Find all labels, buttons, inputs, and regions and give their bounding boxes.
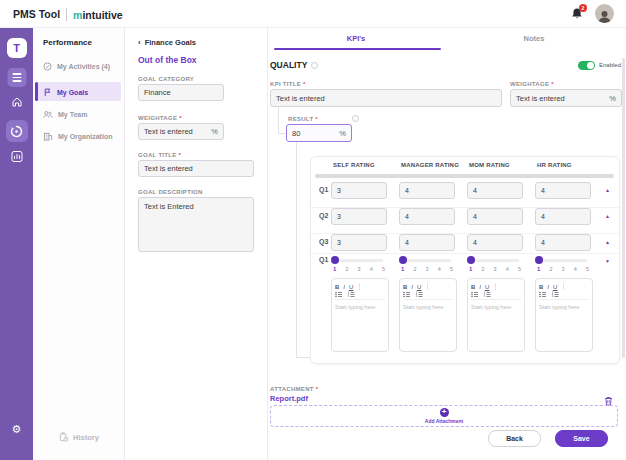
goal-description-textarea[interactable]: Text is Entered: [138, 197, 254, 252]
quality-section-heading: QUALITY: [270, 60, 318, 70]
bullet-list-icon[interactable]: [335, 291, 343, 298]
italic-button[interactable]: I: [479, 284, 481, 290]
comment-editor[interactable]: BIU Start typing here: [399, 278, 457, 352]
rating-slider[interactable]: [403, 259, 451, 262]
back-button[interactable]: Back: [488, 430, 541, 447]
numbered-list-icon[interactable]: [415, 291, 423, 298]
bold-button[interactable]: B: [471, 284, 475, 290]
comment-editor[interactable]: BIU Start typing here: [331, 278, 389, 352]
rating-input[interactable]: 3: [331, 182, 387, 199]
italic-button[interactable]: I: [547, 284, 549, 290]
bold-button[interactable]: B: [539, 284, 543, 290]
numbered-list-icon[interactable]: [483, 291, 491, 298]
rating-input[interactable]: 4: [399, 208, 455, 225]
rating-slider-handle[interactable]: [399, 256, 407, 264]
goal-title-input[interactable]: Text is entered: [138, 160, 254, 177]
check-circle-icon: [43, 62, 52, 71]
kpi-weightage-input[interactable]: Text is entered%: [510, 89, 622, 107]
horizontal-scrollbar[interactable]: [315, 174, 614, 178]
rating-input[interactable]: 3: [331, 208, 387, 225]
home-icon[interactable]: [11, 96, 23, 108]
rating-scale: 12345: [537, 266, 589, 272]
result-input[interactable]: 80%: [286, 124, 352, 142]
editor-placeholder: Start typing here: [539, 304, 589, 310]
italic-button[interactable]: I: [343, 284, 345, 290]
enabled-toggle[interactable]: [578, 61, 595, 70]
bold-button[interactable]: B: [335, 284, 339, 290]
weightage-input[interactable]: Text is entered%: [138, 123, 224, 140]
history-icon: [59, 432, 69, 442]
goal-category-input[interactable]: Finance: [138, 84, 224, 101]
column-header: HR RATING: [537, 162, 572, 168]
brand-secondary: mintuitive: [73, 5, 123, 23]
sidebar-item-label: My Activities (4): [57, 63, 110, 70]
attachment-file-link[interactable]: Report.pdf: [270, 394, 308, 403]
enabled-toggle-label: Enabled: [599, 62, 621, 68]
brand-logo: PMS Tool mintuitive: [13, 0, 123, 28]
save-button[interactable]: Save: [555, 430, 608, 447]
user-avatar[interactable]: [595, 4, 614, 23]
sidebar-item-my-activities[interactable]: My Activities (4): [43, 62, 110, 71]
building-icon: [43, 132, 53, 141]
rating-slider-handle[interactable]: [535, 256, 543, 264]
sidebar-item-my-organization[interactable]: My Organization: [43, 132, 112, 141]
tab-notes[interactable]: Notes: [444, 28, 624, 48]
numbered-list-icon[interactable]: [347, 291, 355, 298]
rating-slider[interactable]: [471, 259, 519, 262]
tab-kpis[interactable]: KPI's: [268, 28, 444, 48]
rating-scale: 12345: [401, 266, 453, 272]
sidebar-item-label: My Organization: [58, 133, 112, 140]
app-logo[interactable]: T: [7, 38, 27, 58]
bullet-list-icon[interactable]: [471, 291, 479, 298]
collapse-caret-icon[interactable]: ▲: [605, 213, 610, 219]
rating-slider-handle[interactable]: [467, 256, 475, 264]
bullet-list-icon[interactable]: [539, 291, 547, 298]
underline-button[interactable]: U: [417, 284, 421, 290]
rating-input[interactable]: 4: [467, 182, 523, 199]
settings-gear-icon[interactable]: ⚙: [12, 423, 22, 436]
menu-icon[interactable]: [7, 68, 26, 87]
result-info-icon[interactable]: [352, 115, 359, 122]
vertical-scrollbar[interactable]: [622, 58, 625, 358]
goal-title-heading: Out of the Box: [138, 55, 197, 65]
rating-input[interactable]: 4: [535, 208, 591, 225]
rating-slider[interactable]: [539, 259, 587, 262]
result-label: RESULT *: [288, 116, 318, 122]
rating-slider[interactable]: [335, 259, 383, 262]
history-label: History: [73, 433, 99, 442]
expand-caret-icon[interactable]: ▼: [605, 258, 610, 264]
column-header: MANAGER RATING: [401, 162, 459, 168]
notification-bell-icon[interactable]: 2: [570, 7, 584, 21]
sidebar-item-my-team[interactable]: My Team: [43, 110, 87, 119]
rating-input[interactable]: 4: [399, 234, 455, 251]
numbered-list-icon[interactable]: [551, 291, 559, 298]
rating-input[interactable]: 4: [535, 234, 591, 251]
add-attachment-dropzone[interactable]: + Add Attachment: [270, 405, 618, 427]
info-icon[interactable]: [311, 62, 318, 69]
sidebar-item-my-goals[interactable]: My Goals: [43, 88, 88, 97]
reports-icon[interactable]: [10, 150, 23, 163]
rating-input[interactable]: 4: [467, 208, 523, 225]
brand-primary: PMS Tool: [13, 8, 60, 20]
underline-button[interactable]: U: [485, 284, 489, 290]
kpi-title-input[interactable]: Text is entered: [270, 89, 502, 107]
bullet-list-icon[interactable]: [403, 291, 411, 298]
italic-button[interactable]: I: [411, 284, 413, 290]
rating-input[interactable]: 4: [535, 182, 591, 199]
rating-input[interactable]: 4: [399, 182, 455, 199]
comment-editor[interactable]: BIU Start typing here: [467, 278, 525, 352]
back-breadcrumb[interactable]: ‹ Finance Goals: [138, 38, 196, 47]
underline-button[interactable]: U: [553, 284, 557, 290]
comment-editor[interactable]: BIU Start typing here: [535, 278, 593, 352]
collapse-caret-icon[interactable]: ▲: [605, 239, 610, 245]
rating-slider-handle[interactable]: [331, 256, 339, 264]
rating-input[interactable]: 4: [467, 234, 523, 251]
bold-button[interactable]: B: [403, 284, 407, 290]
rating-input[interactable]: 3: [331, 234, 387, 251]
column-header: SELF RATING: [333, 162, 375, 168]
history-button[interactable]: History: [59, 432, 99, 442]
underline-button[interactable]: U: [349, 284, 353, 290]
row-label: Q1: [319, 256, 328, 263]
collapse-caret-icon[interactable]: ▲: [605, 187, 610, 193]
performance-icon[interactable]: [6, 120, 28, 142]
